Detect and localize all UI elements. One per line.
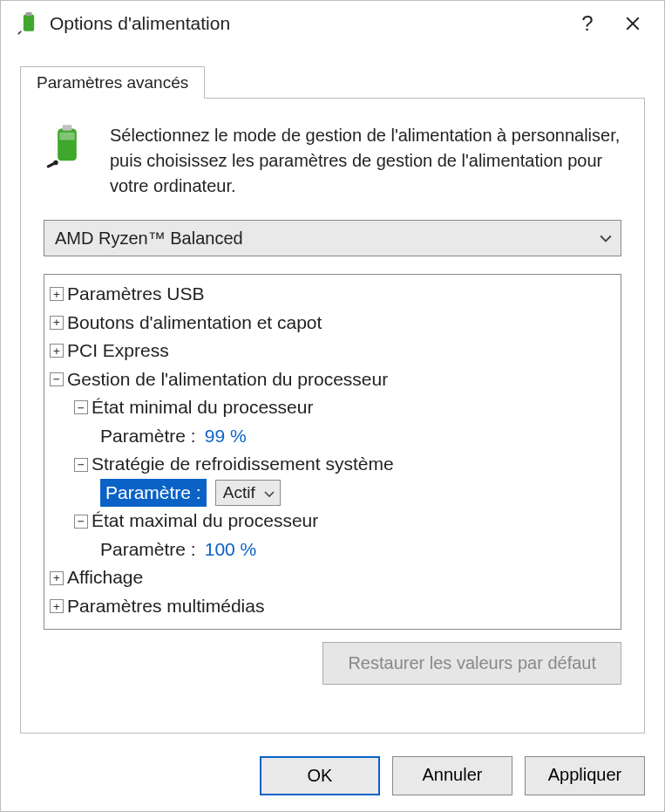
tree-label: Affichage — [67, 563, 143, 592]
tree-label: État minimal du processeur — [92, 393, 313, 422]
chevron-down-icon — [264, 480, 275, 505]
combo-value: Actif — [223, 480, 255, 505]
battery-icon — [44, 123, 91, 199]
content-area: Paramètres avancés Sélectionnez le mode … — [1, 50, 664, 740]
window-title: Options d'alimentation — [50, 13, 568, 34]
tree-node-pci-express[interactable]: + PCI Express — [50, 337, 617, 365]
svg-rect-1 — [26, 12, 32, 16]
param-label: Paramètre : — [100, 422, 196, 451]
tree-node-min-processor-state[interactable]: − État minimal du processeur — [74, 393, 617, 422]
tree-node-usb[interactable]: + Paramètres USB — [50, 280, 617, 309]
tree-node-power-buttons[interactable]: + Boutons d'alimentation et capot — [50, 309, 617, 338]
titlebar: Options d'alimentation ? — [1, 1, 664, 50]
svg-rect-3 — [63, 125, 72, 131]
param-value: 99 % — [205, 422, 247, 451]
restore-row: Restaurer les valeurs par défaut — [44, 642, 621, 685]
tree-node-multimedia[interactable]: + Paramètres multimédias — [50, 592, 617, 621]
tree-label: Paramètres multimédias — [67, 592, 264, 621]
tab-advanced-settings[interactable]: Paramètres avancés — [20, 66, 205, 99]
param-label: Paramètre : — [100, 536, 196, 564]
expand-icon[interactable]: + — [50, 316, 64, 330]
intro-row: Sélectionnez le mode de gestion de l'ali… — [44, 123, 621, 199]
svg-point-5 — [53, 160, 58, 165]
tree-label: Boutons d'alimentation et capot — [67, 309, 322, 338]
tree-node-cooling-policy[interactable]: − Stratégie de refroidissement système — [74, 450, 617, 479]
apply-button[interactable]: Appliquer — [525, 756, 645, 795]
chevron-down-icon — [600, 229, 612, 248]
help-button[interactable]: ? — [568, 6, 607, 41]
intro-text: Sélectionnez le mode de gestion de l'ali… — [110, 123, 621, 199]
collapse-icon[interactable]: − — [74, 458, 88, 472]
param-label-selected: Paramètre : — [100, 479, 207, 508]
collapse-icon[interactable]: − — [50, 372, 64, 386]
svg-rect-0 — [24, 15, 34, 31]
close-button[interactable] — [614, 6, 652, 41]
settings-tree: + Paramètres USB + Boutons d'alimentatio… — [44, 274, 621, 630]
collapse-icon[interactable]: − — [74, 515, 88, 529]
cancel-button[interactable]: Annuler — [392, 756, 512, 795]
tree-label: État maximal du processeur — [92, 507, 318, 536]
tree-param-min-processor[interactable]: Paramètre : 99 % — [100, 422, 617, 451]
tree-label: Gestion de l'alimentation du processeur — [67, 365, 388, 394]
restore-defaults-button[interactable]: Restaurer les valeurs par défaut — [322, 642, 621, 685]
expand-icon[interactable]: + — [50, 287, 64, 301]
tab-page: Sélectionnez le mode de gestion de l'ali… — [20, 98, 645, 734]
tree-node-processor-power[interactable]: − Gestion de l'alimentation du processeu… — [50, 365, 617, 394]
collapse-icon[interactable]: − — [74, 400, 88, 414]
tree-label: Stratégie de refroidissement système — [92, 450, 394, 479]
svg-rect-4 — [59, 133, 74, 140]
tree-node-display[interactable]: + Affichage — [50, 563, 617, 592]
tree-node-max-processor-state[interactable]: − État maximal du processeur — [74, 507, 617, 536]
tree-param-max-processor[interactable]: Paramètre : 100 % — [100, 536, 617, 564]
expand-icon[interactable]: + — [50, 599, 64, 613]
power-plan-select[interactable]: AMD Ryzen™ Balanced — [44, 220, 621, 256]
power-icon — [17, 11, 41, 36]
power-plan-value: AMD Ryzen™ Balanced — [55, 229, 600, 249]
tree-label: PCI Express — [67, 337, 169, 365]
tree-label: Paramètres USB — [67, 280, 205, 309]
expand-icon[interactable]: + — [50, 344, 64, 358]
tree-scroll[interactable]: + Paramètres USB + Boutons d'alimentatio… — [44, 275, 621, 629]
tree-param-cooling[interactable]: Paramètre : Actif — [100, 479, 617, 508]
cooling-combo[interactable]: Actif — [215, 480, 281, 506]
ok-button[interactable]: OK — [260, 756, 380, 795]
power-options-dialog: Options d'alimentation ? Paramètres avan… — [0, 0, 665, 812]
tab-strip: Paramètres avancés — [20, 65, 645, 98]
expand-icon[interactable]: + — [50, 571, 64, 585]
param-value: 100 % — [205, 536, 257, 564]
dialog-footer: OK Annuler Appliquer — [1, 740, 664, 811]
